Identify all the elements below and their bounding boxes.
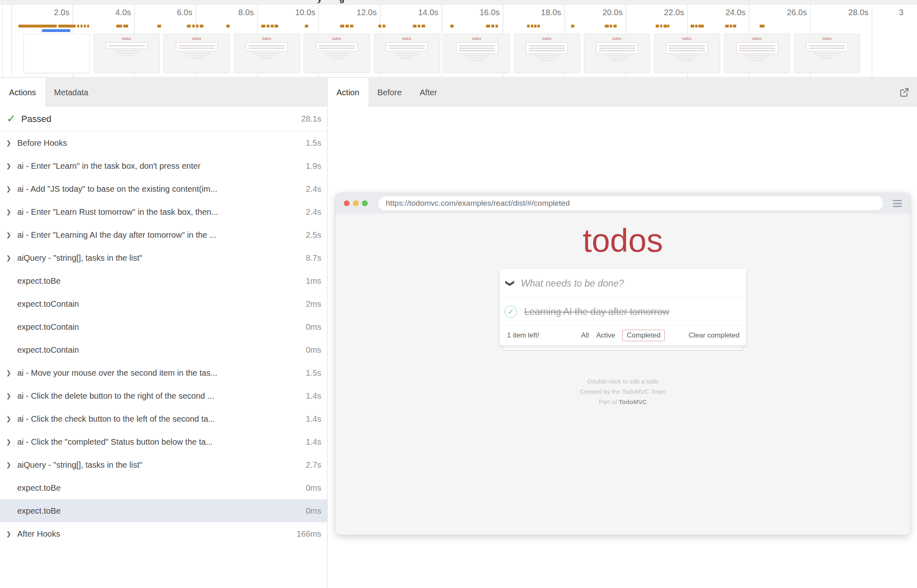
action-row[interactable]: ❯Before Hooks1.5s xyxy=(0,131,327,154)
action-row[interactable]: ❯ai - Enter "Learning AI the day after t… xyxy=(0,223,327,246)
thumbnail-line xyxy=(459,48,495,49)
todo-footer: 1 item left! AllActiveCompleted Clear co… xyxy=(500,325,746,345)
timeline[interactable]: 2.0s4.0s6.0s8.0s10.0s12.0s14.0s16.0s18.0… xyxy=(0,5,917,78)
top-header: y g xyxy=(0,0,917,5)
action-duration: 1.4s xyxy=(301,391,321,401)
thumbnail-card xyxy=(176,42,218,51)
action-row[interactable]: expect.toContain0ms xyxy=(0,338,327,361)
todo-item[interactable]: ✓ Learning AI the day after tomorrow xyxy=(500,298,746,325)
timeline-thumbnail[interactable]: todos xyxy=(164,34,230,73)
expand-chevron-icon[interactable]: ❯ xyxy=(0,185,17,193)
tab-after[interactable]: After xyxy=(411,78,446,107)
expand-chevron-icon[interactable]: ❯ xyxy=(0,208,17,216)
action-mark xyxy=(486,25,490,28)
action-row[interactable]: expect.toBe0ms xyxy=(0,499,327,522)
tab-action[interactable]: Action xyxy=(327,78,369,107)
thumbnail-card xyxy=(246,42,288,51)
action-mark xyxy=(271,25,274,28)
timeline-thumbnail[interactable]: todos xyxy=(514,34,580,73)
toggle-all-chevron-icon[interactable]: ❯ xyxy=(505,273,515,294)
action-row[interactable]: ❯ai - Enter "Learn" in the task box, don… xyxy=(0,154,327,177)
url-bar[interactable]: https://todomvc.com/examples/react/dist/… xyxy=(378,196,883,210)
action-mark xyxy=(527,25,530,28)
action-mark xyxy=(350,25,353,28)
new-todo-placeholder: What needs to be done? xyxy=(521,278,624,289)
filter-active[interactable]: Active xyxy=(596,331,615,340)
action-mark xyxy=(610,25,612,28)
filter-all[interactable]: All xyxy=(581,331,589,340)
expand-chevron-icon[interactable]: ❯ xyxy=(0,162,17,170)
clear-completed-button[interactable]: Clear completed xyxy=(689,331,740,340)
action-row[interactable]: ❯ai - Click the check button to the left… xyxy=(0,407,327,430)
thumbnail-todos-label: todos xyxy=(444,37,509,41)
action-row[interactable]: ❯ai - Click the delete button to the rig… xyxy=(0,384,327,407)
action-duration: 1.5s xyxy=(301,138,321,148)
timeline-thumbnail[interactable]: todos xyxy=(304,34,370,73)
action-duration: 8.7s xyxy=(301,253,321,263)
action-row[interactable]: ❯ai - Enter "Learn Rust tomorrow" in the… xyxy=(0,200,327,223)
timeline-thumbnail[interactable]: todos xyxy=(94,34,160,73)
thumbnail-todos-label: todos xyxy=(724,37,790,41)
action-mark xyxy=(664,25,667,28)
tab-actions[interactable]: Actions xyxy=(0,78,45,107)
timeline-thumbnail[interactable] xyxy=(23,34,90,73)
thumbnail-footer-line xyxy=(256,55,277,56)
action-mark xyxy=(58,25,76,28)
expand-chevron-icon[interactable]: ❯ xyxy=(0,438,17,446)
timeline-thumbnail[interactable]: todos xyxy=(584,34,650,73)
action-mark xyxy=(491,25,494,28)
timeline-thumbnail[interactable]: todos xyxy=(724,34,790,73)
thumbnail-line xyxy=(809,45,845,46)
thumbnail-line xyxy=(179,45,215,46)
menu-icon[interactable] xyxy=(893,200,902,207)
action-duration: 2.7s xyxy=(301,460,321,470)
timeline-tick-label: 12.0s xyxy=(332,8,377,17)
timeline-thumbnail[interactable]: todos xyxy=(374,34,440,73)
action-row[interactable]: ❯After Hooks166ms xyxy=(0,522,327,545)
expand-chevron-icon[interactable]: ❯ xyxy=(0,530,17,537)
expand-chevron-icon[interactable]: ❯ xyxy=(0,461,17,469)
browser-snapshot-window: https://todomvc.com/examples/react/dist/… xyxy=(336,193,910,535)
thumbnail-todos-label: todos xyxy=(654,37,720,41)
expand-chevron-icon[interactable]: ❯ xyxy=(0,231,17,239)
thumbnail-line xyxy=(599,45,635,46)
action-mark xyxy=(418,25,420,28)
timeline-selection-bar xyxy=(42,29,70,32)
tab-metadata[interactable]: Metadata xyxy=(45,78,97,107)
todomvc-link[interactable]: TodoMVC xyxy=(619,398,647,405)
action-duration: 1.9s xyxy=(301,161,321,171)
action-row[interactable]: expect.toBe0ms xyxy=(0,476,327,499)
test-status-row[interactable]: ✓ Passed 28.1s xyxy=(0,107,327,131)
action-row[interactable]: expect.toContain0ms xyxy=(0,315,327,338)
thumbnail-line xyxy=(459,45,495,46)
open-external-icon[interactable] xyxy=(899,87,910,98)
expand-chevron-icon[interactable]: ❯ xyxy=(0,369,17,377)
timeline-thumbnail[interactable]: todos xyxy=(444,34,510,73)
timeline-thumbnail[interactable]: todos xyxy=(654,34,720,73)
action-row[interactable]: ❯ai - Add "JS today" to base on the exis… xyxy=(0,177,327,200)
expand-chevron-icon[interactable]: ❯ xyxy=(0,254,17,262)
timeline-tick-label: 18.0s xyxy=(516,8,561,17)
action-row[interactable]: ❯aiQuery - "string[], tasks in the list"… xyxy=(0,246,327,269)
action-mark xyxy=(698,25,702,28)
action-title: expect.toContain xyxy=(17,322,301,332)
expand-chevron-icon[interactable]: ❯ xyxy=(0,415,17,423)
tab-before[interactable]: Before xyxy=(369,78,411,107)
action-row[interactable]: ❯ai - Move your mouse over the second it… xyxy=(0,361,327,384)
expand-chevron-icon[interactable]: ❯ xyxy=(0,392,17,400)
action-row[interactable]: expect.toContain2ms xyxy=(0,292,327,315)
timeline-thumbnail[interactable]: todos xyxy=(794,34,860,73)
action-title: ai - Add "JS today" to base on the exist… xyxy=(17,184,301,194)
expand-chevron-icon[interactable]: ❯ xyxy=(0,139,17,147)
action-duration: 2.4s xyxy=(301,184,321,194)
timeline-thumbnail[interactable]: todos xyxy=(234,34,300,73)
timeline-tick-label: 6.0s xyxy=(147,8,192,17)
thumbnail-footer-line xyxy=(814,53,840,54)
todo-complete-toggle[interactable]: ✓ xyxy=(505,305,517,318)
action-row[interactable]: ❯aiQuery - "string[], tasks in the list"… xyxy=(0,453,327,476)
filter-completed[interactable]: Completed xyxy=(622,330,664,341)
action-row[interactable]: expect.toBe1ms xyxy=(0,269,327,292)
playwright-trace-viewer: y g 2.0s4.0s6.0s8.0s10.0s12.0s14.0s16.0s… xyxy=(0,0,917,588)
new-todo-row[interactable]: ❯ What needs to be done? xyxy=(500,269,746,298)
action-row[interactable]: ❯ai - Click the "completed" Status butto… xyxy=(0,430,327,453)
